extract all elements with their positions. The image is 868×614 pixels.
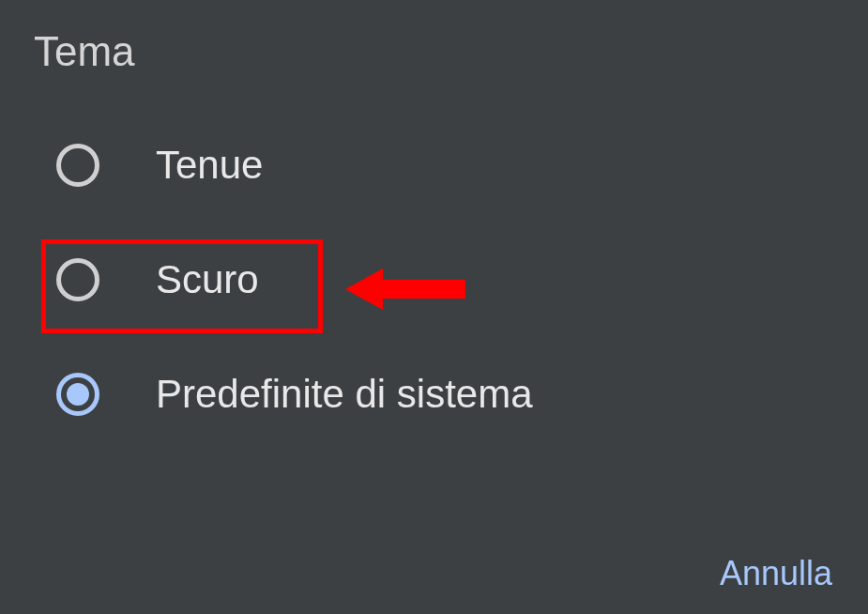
cancel-button[interactable]: Annulla	[720, 554, 832, 593]
radio-option-tenue[interactable]: Tenue	[0, 122, 868, 208]
radio-unchecked-icon	[56, 144, 99, 187]
radio-inner-dot	[67, 383, 89, 406]
radio-label: Scuro	[156, 257, 259, 302]
radio-label: Tenue	[156, 143, 263, 188]
radio-label: Predefinite di sistema	[156, 372, 533, 417]
radio-option-scuro[interactable]: Scuro	[0, 237, 868, 323]
radio-group: Tenue Scuro Predefinite di sistema	[0, 75, 868, 437]
radio-unchecked-icon	[56, 258, 99, 301]
radio-checked-icon	[56, 373, 99, 416]
radio-option-predefinite[interactable]: Predefinite di sistema	[0, 351, 868, 437]
dialog-title: Tema	[0, 0, 868, 75]
